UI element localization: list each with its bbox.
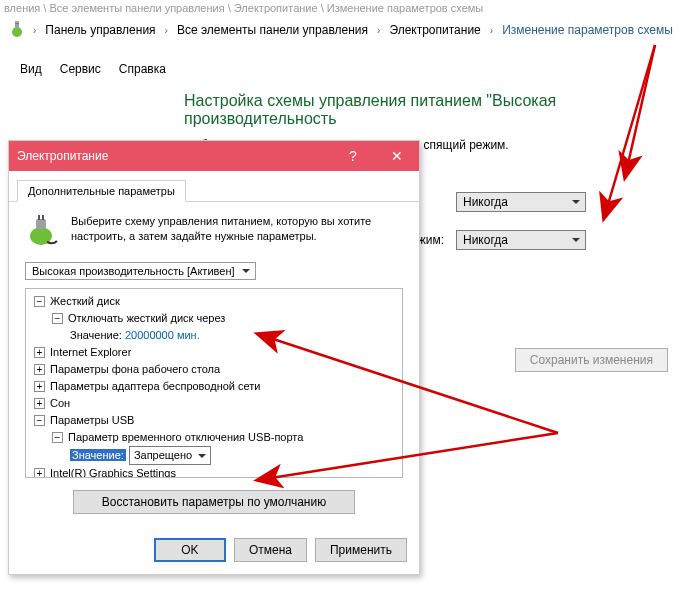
- dialog-tabstrip: Дополнительные параметры: [9, 171, 419, 202]
- tree-node-intel-graphics[interactable]: +Intel(R) Graphics Settings: [30, 465, 398, 478]
- dialog-intro-text: Выберите схему управления питанием, кото…: [71, 214, 403, 244]
- breadcrumb-item-3[interactable]: Изменение параметров схемы: [500, 20, 675, 40]
- expand-icon[interactable]: +: [34, 347, 45, 358]
- collapse-icon[interactable]: −: [34, 415, 45, 426]
- svg-point-0: [12, 27, 22, 37]
- close-icon[interactable]: ✕: [375, 141, 419, 171]
- selected-value-label: Значение:: [70, 449, 126, 461]
- usb-suspend-select[interactable]: Запрещено: [129, 446, 211, 465]
- menu-view[interactable]: Вид: [20, 62, 42, 76]
- sleep-select[interactable]: Никогда: [456, 230, 586, 250]
- display-off-select[interactable]: Никогда: [456, 192, 586, 212]
- svg-rect-2: [16, 21, 17, 24]
- cancel-button[interactable]: Отмена: [234, 538, 307, 562]
- tree-node-usb[interactable]: −Параметры USB: [30, 412, 398, 429]
- dialog-title-text: Электропитание: [17, 149, 331, 163]
- dialog-button-row: OK Отмена Применить: [9, 530, 419, 574]
- expand-icon[interactable]: +: [34, 381, 45, 392]
- svg-rect-3: [18, 21, 19, 24]
- help-icon[interactable]: ?: [331, 141, 375, 171]
- dialog-titlebar[interactable]: Электропитание ? ✕: [9, 141, 419, 171]
- chevron-right-icon: ›: [164, 25, 169, 36]
- expand-icon[interactable]: +: [34, 398, 45, 409]
- chevron-right-icon: ›: [489, 25, 494, 36]
- power-plan-select[interactable]: Высокая производительность [Активен]: [25, 262, 256, 280]
- power-options-dialog: Электропитание ? ✕ Дополнительные параме…: [8, 140, 420, 575]
- battery-plug-icon: [25, 214, 61, 250]
- tree-value-disk-timeout[interactable]: Значение: 20000000 мин.: [30, 327, 398, 344]
- svg-rect-8: [38, 215, 40, 220]
- tree-node-wireless[interactable]: +Параметры адаптера беспроводной сети: [30, 378, 398, 395]
- collapse-icon[interactable]: −: [52, 432, 63, 443]
- tree-node-hard-disk[interactable]: −Жесткий диск: [30, 293, 398, 310]
- tree-node-sleep[interactable]: +Сон: [30, 395, 398, 412]
- svg-rect-9: [42, 215, 44, 220]
- breadcrumb-item-0[interactable]: Панель управления: [43, 20, 157, 40]
- tree-value-usb-suspend[interactable]: Значение: Запрещено: [30, 446, 398, 465]
- apply-button[interactable]: Применить: [315, 538, 407, 562]
- menu-bar: Вид Сервис Справка: [0, 56, 688, 82]
- save-changes-button[interactable]: Сохранить изменения: [515, 348, 668, 372]
- chevron-right-icon: ›: [376, 25, 381, 36]
- page-heading: Настройка схемы управления питанием "Выс…: [184, 92, 688, 128]
- breadcrumb-item-2[interactable]: Электропитание: [387, 20, 482, 40]
- restore-defaults-button[interactable]: Восстановить параметры по умолчанию: [73, 490, 355, 514]
- tree-node-ie[interactable]: +Internet Explorer: [30, 344, 398, 361]
- power-plan-icon: [8, 21, 26, 39]
- menu-tools[interactable]: Сервис: [60, 62, 101, 76]
- breadcrumb-item-1[interactable]: Все элементы панели управления: [175, 20, 370, 40]
- menu-help[interactable]: Справка: [119, 62, 166, 76]
- collapse-icon[interactable]: −: [34, 296, 45, 307]
- collapse-icon[interactable]: −: [52, 313, 63, 324]
- chevron-right-icon: ›: [32, 25, 37, 36]
- tree-node-turn-off-disk-after[interactable]: −Отключать жесткий диск через: [30, 310, 398, 327]
- svg-rect-7: [36, 219, 46, 229]
- expand-icon[interactable]: +: [34, 468, 45, 478]
- settings-tree[interactable]: −Жесткий диск −Отключать жесткий диск че…: [25, 288, 403, 478]
- breadcrumb-bar: › Панель управления › Все элементы панел…: [0, 15, 688, 45]
- parent-window-title-faded: вления \ Все элементы панели управления …: [0, 0, 487, 16]
- tree-node-desktop-bg[interactable]: +Параметры фона рабочего стола: [30, 361, 398, 378]
- tree-node-usb-suspend[interactable]: −Параметр временного отключения USB-порт…: [30, 429, 398, 446]
- expand-icon[interactable]: +: [34, 364, 45, 375]
- tab-advanced-params[interactable]: Дополнительные параметры: [17, 180, 186, 202]
- ok-button[interactable]: OK: [154, 538, 226, 562]
